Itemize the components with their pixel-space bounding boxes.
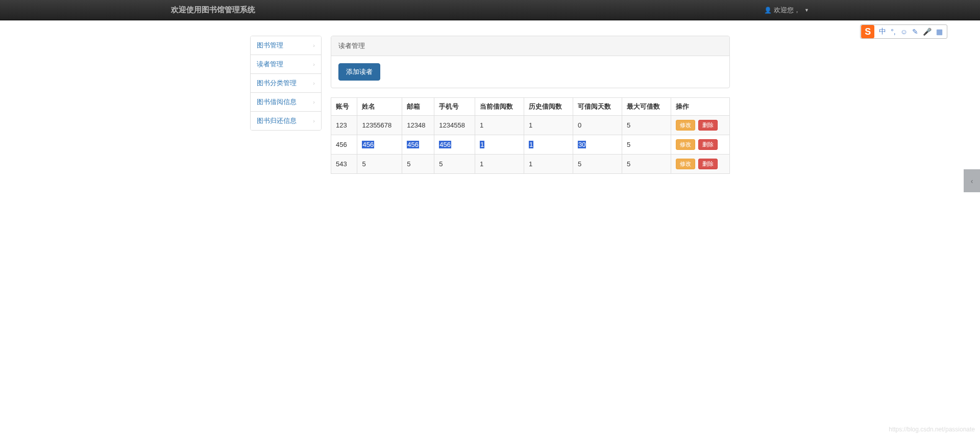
readers-table: 账号 姓名 邮箱 手机号 当前借阅数 历史借阅数 可借阅天数 最大可借数 操作 …	[331, 97, 730, 174]
th-current-borrow: 当前借阅数	[475, 98, 524, 116]
main-content: 读者管理 添加读者 账号 姓名 邮箱 手机号 当前借阅数 历史借阅数 可借阅天数…	[331, 36, 730, 174]
cell-name: 456	[357, 135, 402, 155]
th-borrow-days: 可借阅天数	[573, 98, 622, 116]
ime-lang-button[interactable]: 中	[879, 27, 886, 36]
delete-button[interactable]: 删除	[698, 120, 718, 131]
th-ops: 操作	[671, 98, 729, 116]
cell-account: 543	[331, 155, 357, 174]
cell-ops: 修改 删除	[671, 155, 729, 174]
main-container: 图书管理 › 读者管理 › 图书分类管理 › 图书借阅信息 › 图书归还信息 ›…	[250, 36, 730, 174]
side-collapse-tab[interactable]: ‹	[964, 169, 980, 174]
cell-ops: 修改 删除	[671, 116, 729, 135]
cell-account: 456	[331, 135, 357, 155]
chevron-down-icon: ▼	[804, 8, 809, 13]
cell-name: 5	[357, 155, 402, 174]
sidebar-item-label: 图书分类管理	[257, 79, 297, 88]
chevron-right-icon: ›	[313, 61, 315, 67]
cell-current: 1	[475, 135, 524, 155]
sidebar-item-label: 图书借阅信息	[257, 97, 297, 107]
cell-phone: 456	[434, 135, 475, 155]
cell-history: 1	[524, 155, 573, 174]
cell-days: 5	[573, 155, 622, 174]
ime-logo-icon[interactable]: S	[861, 25, 874, 38]
chevron-right-icon: ›	[313, 99, 315, 105]
cell-phone: 5	[434, 155, 475, 174]
sidebar-item-category-manage[interactable]: 图书分类管理 ›	[251, 74, 321, 93]
ime-punct-icon[interactable]: °,	[891, 28, 896, 36]
table-row: 456 456 456 456 1 1 30 5 修改 删除	[331, 135, 730, 155]
th-email: 邮箱	[402, 98, 434, 116]
cell-current: 1	[475, 116, 524, 135]
panel-heading: 读者管理	[331, 36, 729, 56]
sidebar-item-label: 图书管理	[257, 41, 283, 50]
cell-max: 5	[622, 155, 671, 174]
ime-eraser-icon[interactable]: ✎	[912, 28, 918, 36]
cell-current: 1	[475, 155, 524, 174]
add-reader-button[interactable]: 添加读者	[338, 63, 380, 81]
th-name: 姓名	[357, 98, 402, 116]
ime-keyboard-icon[interactable]: ▦	[936, 28, 943, 36]
cell-history: 1	[524, 116, 573, 135]
user-menu[interactable]: 👤 欢迎您， ▼	[764, 6, 809, 15]
cell-max: 5	[622, 135, 671, 155]
cell-max: 5	[622, 116, 671, 135]
sidebar-item-borrow-info[interactable]: 图书借阅信息 ›	[251, 93, 321, 112]
edit-button[interactable]: 修改	[676, 159, 695, 169]
cell-history: 1	[524, 135, 573, 155]
panel-reader-manage: 读者管理 添加读者	[331, 36, 730, 88]
edit-button[interactable]: 修改	[676, 120, 695, 131]
edit-button[interactable]: 修改	[676, 139, 695, 150]
cell-ops: 修改 删除	[671, 135, 729, 155]
sidebar-item-label: 图书归还信息	[257, 116, 297, 125]
chevron-right-icon: ›	[313, 118, 315, 124]
sidebar-item-reader-manage[interactable]: 读者管理 ›	[251, 55, 321, 74]
table-row: 543 5 5 5 1 1 5 5 修改 删除	[331, 155, 730, 174]
th-phone: 手机号	[434, 98, 475, 116]
chevron-right-icon: ›	[313, 80, 315, 86]
sidebar-item-book-manage[interactable]: 图书管理 ›	[251, 36, 321, 55]
ime-mic-icon[interactable]: 🎤	[923, 28, 932, 36]
cell-email: 5	[402, 155, 434, 174]
chevron-right-icon: ›	[313, 42, 315, 48]
cell-name: 12355678	[357, 116, 402, 135]
table-row: 123 12355678 12348 1234558 1 1 0 5 修改 删除	[331, 116, 730, 135]
cell-phone: 1234558	[434, 116, 475, 135]
cell-days: 30	[573, 135, 622, 155]
ime-emoji-icon[interactable]: ☺	[900, 28, 908, 36]
delete-button[interactable]: 删除	[698, 159, 718, 169]
sidebar-item-label: 读者管理	[257, 60, 283, 69]
app-title: 欢迎使用图书馆管理系统	[171, 5, 255, 15]
cell-account: 123	[331, 116, 357, 135]
delete-button[interactable]: 删除	[698, 139, 718, 150]
navbar: 欢迎使用图书馆管理系统 👤 欢迎您， ▼	[0, 0, 980, 20]
sidebar: 图书管理 › 读者管理 › 图书分类管理 › 图书借阅信息 › 图书归还信息 ›	[250, 36, 322, 131]
table-header-row: 账号 姓名 邮箱 手机号 当前借阅数 历史借阅数 可借阅天数 最大可借数 操作	[331, 98, 730, 116]
th-history-borrow: 历史借阅数	[524, 98, 573, 116]
user-icon: 👤	[764, 7, 772, 14]
cell-days: 0	[573, 116, 622, 135]
sidebar-item-return-info[interactable]: 图书归还信息 ›	[251, 112, 321, 130]
th-account: 账号	[331, 98, 357, 116]
welcome-text: 欢迎您，	[774, 6, 800, 15]
cell-email: 456	[402, 135, 434, 155]
cell-email: 12348	[402, 116, 434, 135]
th-max-borrow: 最大可借数	[622, 98, 671, 116]
ime-toolbar: S 中 °, ☺ ✎ 🎤 ▦	[860, 24, 947, 39]
